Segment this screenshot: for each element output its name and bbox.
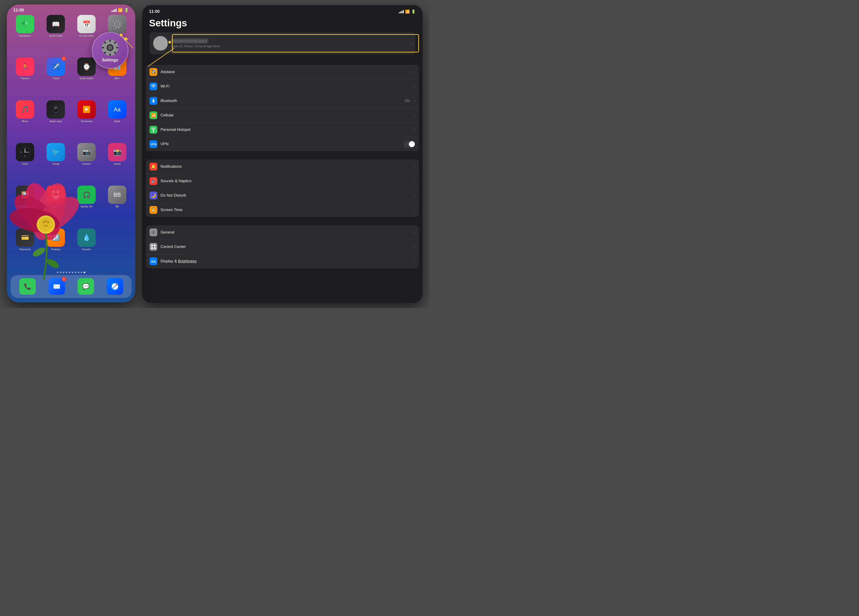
- app-payments[interactable]: 💳 Payments: [11, 228, 39, 267]
- dock: 📞 ✉️ 1 💬: [11, 275, 132, 298]
- signal-bar-3: [114, 9, 115, 12]
- svg-point-48: [108, 45, 112, 50]
- page-dots: [7, 270, 135, 275]
- main-container: 11:00 📶 🔋: [0, 0, 430, 308]
- app-label-bear: Bear: [53, 205, 58, 208]
- row-vpn[interactable]: VPN VPN: [146, 137, 419, 151]
- chevron-hotspot: ›: [414, 128, 415, 132]
- row-display[interactable]: AA Display & Brightness ›: [146, 254, 419, 268]
- label-display: Display & Brightness: [161, 259, 410, 264]
- signal-bar-4: [116, 9, 117, 12]
- app-icon-streaming: ▶️: [77, 100, 95, 119]
- app-apple-apps[interactable]: 📱 Apple apps: [42, 100, 69, 139]
- dock-messages[interactable]: 💬: [78, 278, 94, 295]
- svg-point-19: [25, 152, 25, 153]
- settings-group-connectivity: ✈️ Airplane › Wi-Fi › Bluetooth: [146, 65, 419, 151]
- wifi-icon: 📶: [118, 8, 123, 12]
- row-wifi[interactable]: Wi-Fi ›: [146, 79, 419, 94]
- profile-row[interactable]: Apple ID, iCloud, iTunes & App Store ›: [150, 32, 415, 54]
- wifi-settings-icon: [150, 83, 157, 90]
- app-music[interactable]: 🎵 Music: [11, 100, 39, 139]
- svg-point-63: [153, 231, 154, 233]
- profile-wrapper: Apple ID, iCloud, iTunes & App Store ›: [142, 32, 423, 54]
- app-parking[interactable]: 🅿️ Parking: [42, 228, 69, 267]
- chevron-display: ›: [414, 259, 415, 263]
- app-icon-music: 🎵: [16, 100, 34, 119]
- chevron-control: ›: [414, 245, 415, 249]
- row-bluetooth[interactable]: Bluetooth On ›: [146, 94, 419, 108]
- app-icon-spotify: 🎧: [77, 186, 95, 204]
- app-icon-social-reads: 📖: [47, 15, 65, 33]
- profile-name-blurred: [171, 39, 208, 43]
- app-social-ig[interactable]: 📸 Social: [104, 143, 131, 182]
- chevron-general: ›: [414, 230, 415, 234]
- battery-icon: 🔋: [124, 8, 129, 12]
- app-icon-navigation: [16, 15, 34, 33]
- row-hotspot[interactable]: Personal Hotspot ›: [146, 123, 419, 137]
- dock-phone[interactable]: 📞: [19, 278, 36, 295]
- app-bb[interactable]: BB BB: [104, 186, 131, 225]
- label-general: General: [161, 230, 410, 235]
- app-empty: [104, 228, 131, 267]
- label-wifi: Wi-Fi: [161, 84, 410, 89]
- yellow-dot-profile: [169, 41, 171, 43]
- badge-travel: 3: [61, 56, 66, 61]
- app-photography[interactable]: 🖼️ Photography: [11, 186, 39, 225]
- app-spotify[interactable]: 🎧 Spotify Siri: [73, 186, 100, 225]
- app-icon-empty: [108, 228, 127, 247]
- chevron-wifi: ›: [414, 84, 415, 89]
- row-control-center[interactable]: Control Center ›: [146, 240, 419, 254]
- app-travel[interactable]: ✈️ 3 Travel: [42, 58, 69, 97]
- app-label-photography: Photography: [18, 205, 32, 208]
- app-bear[interactable]: Bear: [42, 186, 69, 225]
- app-icon-bear: [47, 186, 65, 204]
- app-camera[interactable]: 📷 Camera: [73, 143, 100, 182]
- app-icon-fitness: 🏃: [16, 58, 34, 76]
- left-phone-wrapper: 11:00 📶 🔋: [7, 5, 135, 303]
- row-cellular[interactable]: 📶 Cellular ›: [146, 108, 419, 123]
- app-streaming[interactable]: ▶️ Streaming: [73, 100, 100, 139]
- row-dnd[interactable]: 🌙 Do Not Disturb ›: [146, 189, 419, 203]
- app-social-reads[interactable]: 📖 social reads: [42, 15, 69, 54]
- row-general[interactable]: General ›: [146, 225, 419, 240]
- app-apple2[interactable]: Aa Apple: [104, 100, 131, 139]
- app-icon-clock: [16, 143, 34, 161]
- dot-9-active: [84, 271, 85, 273]
- control-center-icon: [150, 243, 157, 251]
- row-airplane[interactable]: ✈️ Airplane ›: [146, 65, 419, 79]
- app-label-smartwatch: Smart watch: [79, 77, 93, 80]
- app-label-smarter: Smarter: [82, 248, 91, 251]
- app-social-twitter[interactable]: 🐦 Social: [42, 143, 69, 182]
- svg-rect-5: [120, 23, 122, 25]
- dot-5: [72, 271, 73, 273]
- row-screentime[interactable]: ⏳ Screen Time ›: [146, 203, 419, 217]
- dock-safari[interactable]: [107, 278, 123, 295]
- svg-rect-74: [151, 247, 153, 249]
- app-smarter[interactable]: 💧 Smarter: [73, 228, 100, 267]
- dot-6: [75, 271, 77, 273]
- app-icon-cal: 📅: [77, 15, 95, 33]
- svg-rect-70: [151, 232, 152, 233]
- profile-apple-text: Apple ID, iCloud, iTunes & App Store: [171, 44, 407, 48]
- settings-group-general: General › Control Center ›: [146, 225, 419, 268]
- value-bluetooth: On: [405, 98, 410, 103]
- svg-rect-68: [153, 234, 154, 235]
- app-label-bb: BB: [116, 205, 119, 208]
- app-clock[interactable]: Clock: [11, 143, 39, 182]
- svg-rect-64: [153, 230, 154, 231]
- svg-rect-9: [112, 23, 114, 25]
- label-hotspot: Personal Hotspot: [161, 128, 410, 132]
- dock-mail[interactable]: ✉️ 1: [48, 278, 65, 295]
- row-sounds[interactable]: 🔊 Sounds & Haptics ›: [146, 174, 419, 189]
- svg-rect-49: [109, 39, 111, 42]
- settings-bubble: Settings: [92, 32, 128, 69]
- app-label-mon: Mon: [115, 77, 119, 80]
- chevron-dnd: ›: [414, 193, 415, 198]
- app-label-clock: Clock: [22, 162, 28, 165]
- svg-point-23: [54, 195, 55, 196]
- row-notifications[interactable]: 🔔 Notifications ›: [146, 159, 419, 174]
- vpn-toggle[interactable]: [403, 141, 415, 148]
- label-notifications: Notifications: [161, 164, 410, 169]
- app-navigation[interactable]: Navigation: [11, 15, 39, 54]
- app-fitness[interactable]: 🏃 Fitness: [11, 58, 39, 97]
